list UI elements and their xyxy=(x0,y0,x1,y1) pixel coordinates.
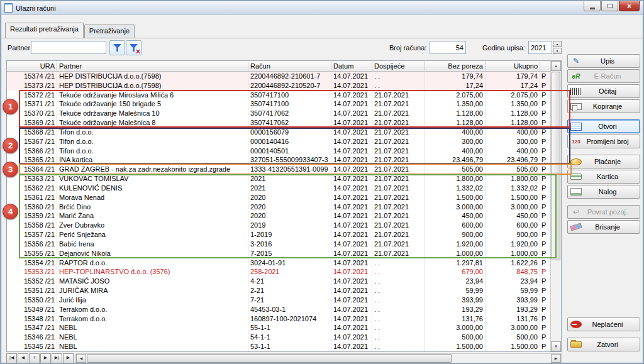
table-row[interactable]: 15373 /21HEP DISTRIBUCIJA d.o.o.(7598)22… xyxy=(7,81,550,91)
scroll-down-button[interactable] xyxy=(551,341,561,351)
table-row[interactable]: 15370 /21Tekuće održavanje Malešnica 103… xyxy=(7,109,550,118)
table-row[interactable]: 15355 /21Dejanović Nikola7-201514.07.202… xyxy=(7,249,550,258)
navigator-button-1[interactable]: ◀ xyxy=(18,353,28,363)
table-row[interactable]: 15360 /21Brčić Dino202014.07.202121.07.2… xyxy=(7,202,550,212)
cell: 1.000,00 xyxy=(486,249,540,258)
cell: P xyxy=(540,128,550,137)
nalog-button[interactable]: Nalog xyxy=(567,185,640,199)
button-label: Zatvori xyxy=(582,341,633,348)
table-row[interactable]: 15371 /21Tekuće održavanje 150 brigade 5… xyxy=(7,99,550,109)
table-row[interactable]: 15345 /21NEBL53-1-114.07.2021. .1.500,00… xyxy=(7,342,550,351)
table-row[interactable]: 15365 /21INA kartica327051-555009933407-… xyxy=(7,155,550,165)
cell: . . xyxy=(372,305,425,314)
table-row[interactable]: 15362 /21KULENOVIĆ DENIS202114.07.202121… xyxy=(7,184,550,193)
column-header-Partner[interactable]: Partner xyxy=(57,61,248,71)
scroll-up-button[interactable] xyxy=(551,61,561,71)
cell: 23.496,79 xyxy=(425,155,486,165)
table-row[interactable]: 15361 /21Morava Nenad202014.07.202121.07… xyxy=(7,193,550,202)
column-header-p[interactable] xyxy=(540,61,550,71)
navigator-button-4[interactable]: ▶| xyxy=(52,353,62,363)
povrat-pozajmice-button[interactable]: Povrat pozaj. xyxy=(567,205,640,219)
table-row[interactable]: 15374 /21HEP DISTRIBUCIJA d.o.o.(7598)22… xyxy=(7,72,550,81)
vertical-scroll-thumb[interactable] xyxy=(552,72,560,260)
table-row[interactable]: 15364 /21GRAD ZAGREB - nak.za zadr.nezak… xyxy=(7,165,550,174)
navigator-button-3[interactable]: ▶ xyxy=(40,353,51,363)
cell: 14.07.2021 xyxy=(331,109,372,118)
close-button[interactable] xyxy=(619,1,640,11)
cell: 45453-03-1 xyxy=(248,305,331,314)
table-row[interactable]: 15359 /21Marić Žana202014.07.202121.07.2… xyxy=(7,211,550,221)
ocitaj-button[interactable]: Očitaj xyxy=(567,84,640,98)
column-header-Ukupno[interactable]: Ukupno xyxy=(486,61,540,71)
neplaceni-button[interactable]: Neplaćeni xyxy=(567,317,640,331)
promijeni-broj-button[interactable]: Promijeni broj xyxy=(567,135,640,148)
tab-pretrazivanje[interactable]: Pretraživanje xyxy=(84,25,135,38)
table-row[interactable]: 15353 /21HEP-TOPLINARSTVO d.o.o. (3576)2… xyxy=(7,267,550,277)
otvori-button[interactable]: Otvori xyxy=(567,119,640,133)
table-row[interactable]: 15363 /21VUKOVAC TOMISLAV202114.07.20212… xyxy=(7,174,550,184)
cell: 15353 /21 xyxy=(7,267,57,277)
horizontal-scrollbar[interactable] xyxy=(75,353,562,363)
cell: . . xyxy=(372,81,425,91)
spinner-down-button[interactable]: ▼ xyxy=(553,48,562,54)
table-row[interactable]: 15347 /21NEBL55-1-114.07.2021. .3.000,00… xyxy=(7,323,550,333)
table-row[interactable]: 15352 /21MATASIĆ JOSO4-2114.07.2021. .23… xyxy=(7,277,550,286)
upis-button[interactable]: Upis xyxy=(567,54,640,68)
table-row[interactable]: 15369 /21Tekuće održavanje Malešnica 835… xyxy=(7,118,550,128)
column-header-Bez poreza[interactable]: Bez poreza xyxy=(425,61,486,71)
table-row[interactable]: 15358 /21Zver Dubravko201914.07.202121.0… xyxy=(7,221,550,230)
table-row[interactable]: 15354 /21RAPTOR d.o.o.3024-01-9114.07.20… xyxy=(7,258,550,268)
table-row[interactable]: 15351 /21JURIČAK MIRA2-2114.07.2021. .59… xyxy=(7,286,550,295)
cell: Tifon d.o.o. xyxy=(57,128,248,137)
table-row[interactable]: 15346 /21NEBL54-1-114.07.2021. .500,0050… xyxy=(7,333,550,342)
minimize-button[interactable] xyxy=(584,1,601,11)
column-header-Dospijeće[interactable]: Dospijeće xyxy=(372,61,425,71)
vertical-scrollbar[interactable] xyxy=(550,61,561,351)
cell: 1.500,00 xyxy=(425,193,486,202)
table-row[interactable]: 15357 /21Perić Snježana1-201914.07.20212… xyxy=(7,230,550,240)
table-row[interactable]: 15366 /21Tifon d.o.o.000014050114.07.202… xyxy=(7,146,550,156)
cell: 1.332,02 xyxy=(425,184,486,193)
cell: P xyxy=(540,221,550,230)
navigator-button-0[interactable]: |◀ xyxy=(6,353,17,363)
table-row[interactable]: 15372 /21Tekuće održavanje Miroslava Mil… xyxy=(7,91,550,100)
cell: 15369 /21 xyxy=(7,118,57,128)
column-header-URA[interactable]: URA xyxy=(7,61,57,71)
scroll-right-button[interactable] xyxy=(551,354,561,363)
scroll-left-button[interactable] xyxy=(76,354,86,363)
table-row[interactable]: 15348 /21Terrakom d.o.o.160897-100-20210… xyxy=(7,314,550,324)
maximize-button[interactable] xyxy=(601,1,618,11)
neplaceni-icon xyxy=(570,321,582,328)
navigator-button-2[interactable]: ? xyxy=(29,353,40,363)
filter-button[interactable] xyxy=(109,40,125,55)
eracun-button[interactable]: E-Račun xyxy=(567,69,640,83)
table-row[interactable]: 15356 /21Babić Irena3-201614.07.202121.0… xyxy=(7,240,550,249)
table-row[interactable]: 15368 /21Tifon d.o.o.000015607914.07.202… xyxy=(7,128,550,137)
horizontal-scroll-thumb[interactable] xyxy=(87,354,452,363)
brisanje-button[interactable]: Brisanje xyxy=(567,220,640,234)
cell: 14.07.2021 xyxy=(331,81,372,91)
cell: . . xyxy=(372,333,425,342)
kartica-button[interactable]: Kartica xyxy=(567,170,640,184)
tab-rezultati-pretrazivanja[interactable]: Rezultati pretraživanja xyxy=(5,23,84,38)
placanje-button[interactable]: Plaćanje xyxy=(567,155,640,168)
cell: 3024-01-91 xyxy=(248,258,331,268)
column-header-Datum[interactable]: Datum xyxy=(331,61,372,71)
table-row[interactable]: 15367 /21Tifon d.o.o.000014041614.07.202… xyxy=(7,137,550,146)
zatvori-button[interactable]: Zatvori xyxy=(567,338,640,351)
table-row[interactable]: 15349 /21Terrakom d.o.o.45453-03-114.07.… xyxy=(7,305,550,314)
cell: 3507417100 xyxy=(248,91,331,100)
clear-filter-button[interactable] xyxy=(126,40,142,55)
column-header-Račun[interactable]: Račun xyxy=(248,61,331,71)
table-row[interactable]: 15350 /21Jurić Ilija7-2114.07.2021. .393… xyxy=(7,295,550,305)
upis-icon xyxy=(570,57,582,65)
partner-input[interactable] xyxy=(31,41,106,54)
kopiranje-button[interactable]: Kopiranje xyxy=(567,99,640,113)
spinner-up-button[interactable]: ▲ xyxy=(553,41,562,47)
godina-upisa-input[interactable] xyxy=(528,41,552,54)
broj-racuna-input[interactable] xyxy=(430,41,466,54)
cell: 23,94 xyxy=(425,277,486,286)
cell: 131,76 xyxy=(486,314,540,324)
navigator-button-5[interactable]: ▶ xyxy=(63,353,74,363)
window-title: Ulazni računi xyxy=(16,4,56,12)
